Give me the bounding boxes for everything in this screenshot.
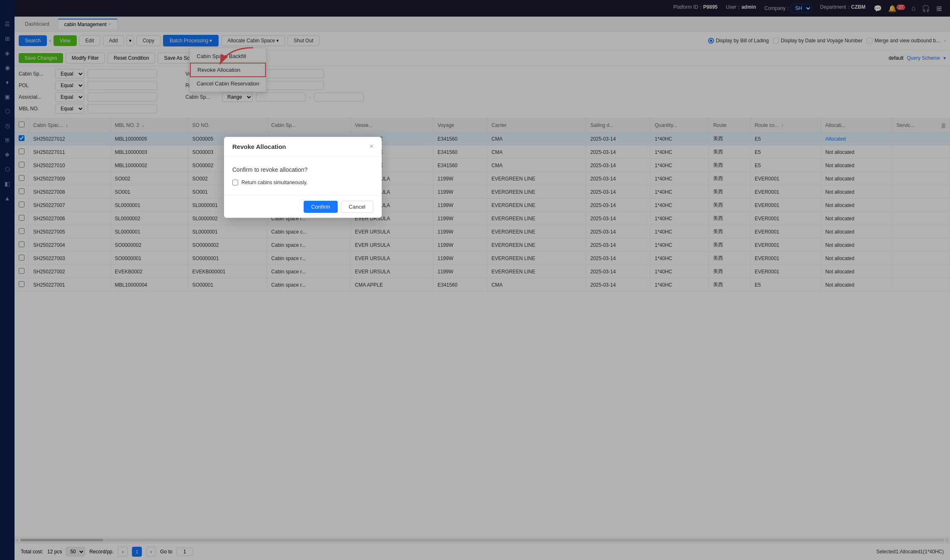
confirm-button[interactable]: Confirm <box>304 201 338 213</box>
return-cabins-checkbox[interactable] <box>232 180 238 185</box>
modal-question: Confirm to revoke allocation? <box>232 166 373 173</box>
modal-title: Revoke Allocation <box>232 143 286 150</box>
revoke-allocation-modal: Revoke Allocation × Confirm to revoke al… <box>224 137 382 218</box>
modal-checkbox-row: Return cabins simultaneously. <box>232 180 373 185</box>
modal-close-button[interactable]: × <box>370 143 373 150</box>
return-cabins-label: Return cabins simultaneously. <box>241 180 307 185</box>
modal-footer: Confirm Cancel <box>224 195 382 218</box>
cancel-button[interactable]: Cancel <box>341 201 373 213</box>
modal-backdrop: Revoke Allocation × Confirm to revoke al… <box>0 0 950 560</box>
modal-body: Confirm to revoke allocation? Return cab… <box>224 156 382 195</box>
modal-header: Revoke Allocation × <box>224 137 382 156</box>
